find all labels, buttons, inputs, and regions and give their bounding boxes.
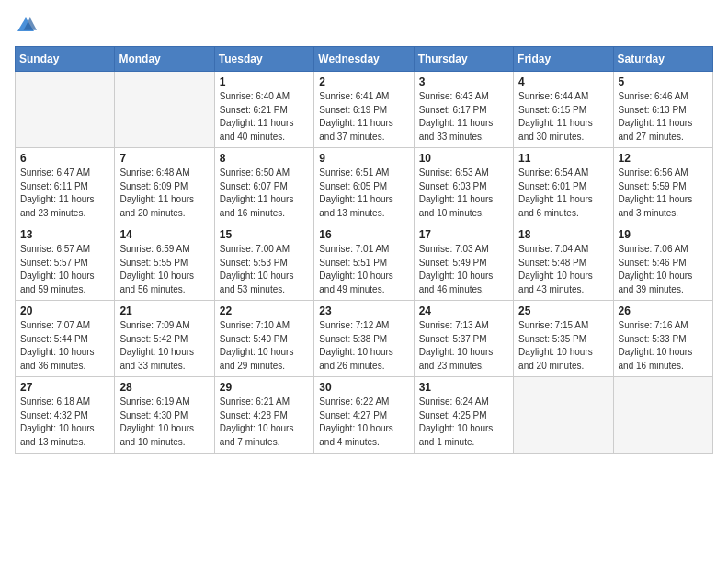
- logo-icon: [15, 15, 37, 37]
- calendar-cell: 12Sunrise: 6:56 AMSunset: 5:59 PMDayligh…: [613, 148, 712, 224]
- day-info: Sunrise: 7:01 AMSunset: 5:51 PMDaylight:…: [319, 243, 408, 296]
- calendar-cell: [514, 377, 613, 454]
- calendar-cell: 11Sunrise: 6:54 AMSunset: 6:01 PMDayligh…: [514, 148, 613, 224]
- day-number: 24: [419, 304, 508, 317]
- day-number: 28: [119, 381, 209, 394]
- day-info: Sunrise: 6:24 AMSunset: 4:25 PMDaylight:…: [419, 396, 508, 449]
- day-info: Sunrise: 6:59 AMSunset: 5:55 PMDaylight:…: [119, 243, 209, 296]
- day-info: Sunrise: 6:44 AMSunset: 6:15 PMDaylight:…: [518, 90, 608, 144]
- calendar-week-row: 1Sunrise: 6:40 AMSunset: 6:21 PMDaylight…: [16, 72, 713, 148]
- day-info: Sunrise: 7:16 AMSunset: 5:33 PMDaylight:…: [619, 319, 708, 373]
- day-number: 18: [518, 228, 608, 241]
- day-info: Sunrise: 6:19 AMSunset: 4:30 PMDaylight:…: [119, 396, 209, 449]
- calendar-cell: [613, 377, 712, 454]
- calendar-cell: 24Sunrise: 7:13 AMSunset: 5:37 PMDayligh…: [414, 301, 513, 377]
- calendar-cell: 25Sunrise: 7:15 AMSunset: 5:35 PMDayligh…: [514, 301, 613, 377]
- logo: [15, 15, 40, 37]
- calendar-cell: 9Sunrise: 6:51 AMSunset: 6:05 PMDaylight…: [314, 148, 414, 224]
- day-number: 15: [220, 228, 309, 241]
- day-info: Sunrise: 6:57 AMSunset: 5:57 PMDaylight:…: [20, 243, 109, 296]
- day-number: 20: [20, 304, 109, 317]
- day-info: Sunrise: 7:00 AMSunset: 5:53 PMDaylight:…: [220, 243, 309, 296]
- column-header-saturday: Saturday: [613, 47, 712, 72]
- calendar-cell: 16Sunrise: 7:01 AMSunset: 5:51 PMDayligh…: [314, 224, 414, 301]
- column-header-thursday: Thursday: [414, 47, 513, 72]
- day-info: Sunrise: 7:12 AMSunset: 5:38 PMDaylight:…: [319, 319, 408, 373]
- day-info: Sunrise: 6:51 AMSunset: 6:05 PMDaylight:…: [319, 167, 408, 220]
- day-number: 4: [518, 75, 608, 88]
- calendar-cell: 1Sunrise: 6:40 AMSunset: 6:21 PMDaylight…: [214, 72, 313, 148]
- day-info: Sunrise: 7:15 AMSunset: 5:35 PMDaylight:…: [518, 319, 608, 373]
- day-number: 6: [20, 152, 109, 165]
- calendar-cell: 8Sunrise: 6:50 AMSunset: 6:07 PMDaylight…: [214, 148, 313, 224]
- day-number: 11: [518, 152, 608, 165]
- day-info: Sunrise: 6:41 AMSunset: 6:19 PMDaylight:…: [319, 90, 408, 144]
- day-number: 10: [419, 152, 508, 165]
- column-header-monday: Monday: [115, 47, 214, 72]
- calendar-cell: 6Sunrise: 6:47 AMSunset: 6:11 PMDaylight…: [16, 148, 115, 224]
- day-info: Sunrise: 6:46 AMSunset: 6:13 PMDaylight:…: [619, 90, 708, 144]
- calendar-cell: 20Sunrise: 7:07 AMSunset: 5:44 PMDayligh…: [16, 301, 115, 377]
- day-number: 17: [419, 228, 508, 241]
- calendar-cell: 19Sunrise: 7:06 AMSunset: 5:46 PMDayligh…: [613, 224, 712, 301]
- day-info: Sunrise: 6:54 AMSunset: 6:01 PMDaylight:…: [518, 167, 608, 220]
- calendar-cell: 5Sunrise: 6:46 AMSunset: 6:13 PMDaylight…: [613, 72, 712, 148]
- day-number: 29: [220, 381, 309, 394]
- day-number: 31: [419, 381, 508, 394]
- calendar-cell: 28Sunrise: 6:19 AMSunset: 4:30 PMDayligh…: [115, 377, 214, 454]
- day-number: 1: [220, 75, 309, 88]
- calendar-cell: [115, 72, 214, 148]
- day-number: 23: [319, 304, 408, 317]
- day-info: Sunrise: 7:09 AMSunset: 5:42 PMDaylight:…: [119, 319, 209, 373]
- day-info: Sunrise: 6:18 AMSunset: 4:32 PMDaylight:…: [20, 396, 109, 449]
- day-number: 3: [419, 75, 508, 88]
- calendar-cell: 10Sunrise: 6:53 AMSunset: 6:03 PMDayligh…: [414, 148, 513, 224]
- day-number: 14: [119, 228, 209, 241]
- column-header-wednesday: Wednesday: [314, 47, 414, 72]
- calendar-week-row: 6Sunrise: 6:47 AMSunset: 6:11 PMDaylight…: [16, 148, 713, 224]
- day-info: Sunrise: 6:56 AMSunset: 5:59 PMDaylight:…: [619, 167, 708, 220]
- day-info: Sunrise: 7:06 AMSunset: 5:46 PMDaylight:…: [619, 243, 708, 296]
- calendar-cell: [16, 72, 115, 148]
- column-header-sunday: Sunday: [16, 47, 115, 72]
- day-number: 9: [319, 152, 408, 165]
- day-number: 2: [319, 75, 408, 88]
- calendar-cell: 31Sunrise: 6:24 AMSunset: 4:25 PMDayligh…: [414, 377, 513, 454]
- calendar-cell: 14Sunrise: 6:59 AMSunset: 5:55 PMDayligh…: [115, 224, 214, 301]
- calendar-cell: 17Sunrise: 7:03 AMSunset: 5:49 PMDayligh…: [414, 224, 513, 301]
- day-info: Sunrise: 7:03 AMSunset: 5:49 PMDaylight:…: [419, 243, 508, 296]
- header: [15, 15, 713, 37]
- calendar-week-row: 27Sunrise: 6:18 AMSunset: 4:32 PMDayligh…: [16, 377, 713, 454]
- day-info: Sunrise: 6:22 AMSunset: 4:27 PMDaylight:…: [319, 396, 408, 449]
- calendar-cell: 26Sunrise: 7:16 AMSunset: 5:33 PMDayligh…: [613, 301, 712, 377]
- calendar-cell: 3Sunrise: 6:43 AMSunset: 6:17 PMDaylight…: [414, 72, 513, 148]
- calendar-cell: 21Sunrise: 7:09 AMSunset: 5:42 PMDayligh…: [115, 301, 214, 377]
- day-number: 16: [319, 228, 408, 241]
- day-info: Sunrise: 7:04 AMSunset: 5:48 PMDaylight:…: [518, 243, 608, 296]
- day-info: Sunrise: 7:10 AMSunset: 5:40 PMDaylight:…: [220, 319, 309, 373]
- day-number: 27: [20, 381, 109, 394]
- day-info: Sunrise: 6:50 AMSunset: 6:07 PMDaylight:…: [220, 167, 309, 220]
- calendar-cell: 22Sunrise: 7:10 AMSunset: 5:40 PMDayligh…: [214, 301, 313, 377]
- day-info: Sunrise: 7:07 AMSunset: 5:44 PMDaylight:…: [20, 319, 109, 373]
- day-info: Sunrise: 7:13 AMSunset: 5:37 PMDaylight:…: [419, 319, 508, 373]
- day-number: 8: [220, 152, 309, 165]
- day-info: Sunrise: 6:40 AMSunset: 6:21 PMDaylight:…: [220, 90, 309, 144]
- calendar-header-row: SundayMondayTuesdayWednesdayThursdayFrid…: [16, 47, 713, 72]
- calendar-cell: 23Sunrise: 7:12 AMSunset: 5:38 PMDayligh…: [314, 301, 414, 377]
- day-number: 25: [518, 304, 608, 317]
- column-header-tuesday: Tuesday: [214, 47, 313, 72]
- calendar-cell: 4Sunrise: 6:44 AMSunset: 6:15 PMDaylight…: [514, 72, 613, 148]
- calendar-week-row: 13Sunrise: 6:57 AMSunset: 5:57 PMDayligh…: [16, 224, 713, 301]
- column-header-friday: Friday: [514, 47, 613, 72]
- day-number: 12: [619, 152, 708, 165]
- calendar-cell: 7Sunrise: 6:48 AMSunset: 6:09 PMDaylight…: [115, 148, 214, 224]
- day-number: 19: [619, 228, 708, 241]
- calendar-cell: 13Sunrise: 6:57 AMSunset: 5:57 PMDayligh…: [16, 224, 115, 301]
- calendar-cell: 30Sunrise: 6:22 AMSunset: 4:27 PMDayligh…: [314, 377, 414, 454]
- day-info: Sunrise: 6:47 AMSunset: 6:11 PMDaylight:…: [20, 167, 109, 220]
- day-info: Sunrise: 6:53 AMSunset: 6:03 PMDaylight:…: [419, 167, 508, 220]
- calendar-table: SundayMondayTuesdayWednesdayThursdayFrid…: [15, 46, 713, 454]
- day-number: 30: [319, 381, 408, 394]
- calendar-cell: 15Sunrise: 7:00 AMSunset: 5:53 PMDayligh…: [214, 224, 313, 301]
